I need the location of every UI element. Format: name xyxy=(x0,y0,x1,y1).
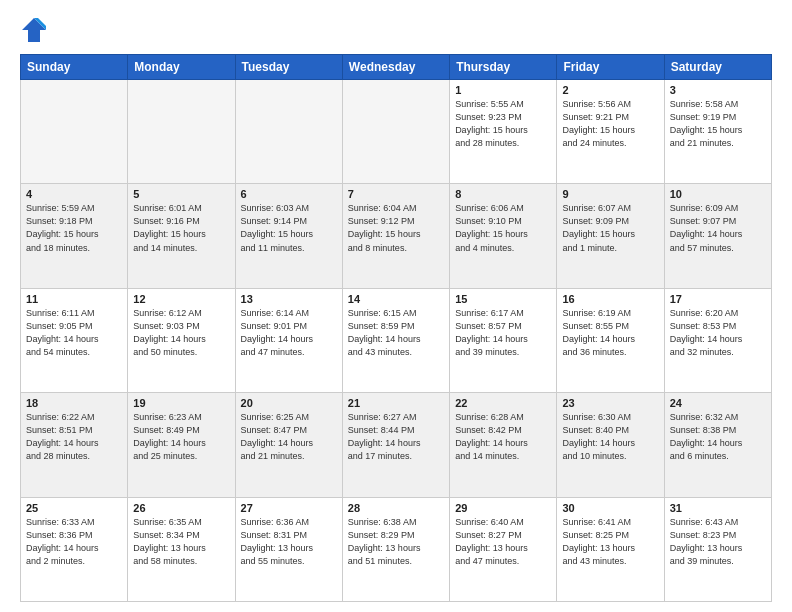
calendar-cell: 31Sunrise: 6:43 AM Sunset: 8:23 PM Dayli… xyxy=(664,497,771,601)
cell-info: Sunrise: 6:36 AM Sunset: 8:31 PM Dayligh… xyxy=(241,516,337,568)
cell-info: Sunrise: 5:58 AM Sunset: 9:19 PM Dayligh… xyxy=(670,98,766,150)
cell-info: Sunrise: 6:23 AM Sunset: 8:49 PM Dayligh… xyxy=(133,411,229,463)
calendar-cell xyxy=(342,80,449,184)
calendar-cell: 23Sunrise: 6:30 AM Sunset: 8:40 PM Dayli… xyxy=(557,393,664,497)
cell-info: Sunrise: 6:38 AM Sunset: 8:29 PM Dayligh… xyxy=(348,516,444,568)
cell-info: Sunrise: 5:56 AM Sunset: 9:21 PM Dayligh… xyxy=(562,98,658,150)
calendar-cell: 7Sunrise: 6:04 AM Sunset: 9:12 PM Daylig… xyxy=(342,184,449,288)
cell-info: Sunrise: 6:32 AM Sunset: 8:38 PM Dayligh… xyxy=(670,411,766,463)
header xyxy=(20,16,772,44)
calendar-cell: 25Sunrise: 6:33 AM Sunset: 8:36 PM Dayli… xyxy=(21,497,128,601)
day-number: 23 xyxy=(562,397,658,409)
calendar-cell: 1Sunrise: 5:55 AM Sunset: 9:23 PM Daylig… xyxy=(450,80,557,184)
logo xyxy=(20,16,52,44)
cell-info: Sunrise: 6:22 AM Sunset: 8:51 PM Dayligh… xyxy=(26,411,122,463)
day-number: 30 xyxy=(562,502,658,514)
week-row-4: 18Sunrise: 6:22 AM Sunset: 8:51 PM Dayli… xyxy=(21,393,772,497)
day-header-wednesday: Wednesday xyxy=(342,55,449,80)
calendar-cell: 8Sunrise: 6:06 AM Sunset: 9:10 PM Daylig… xyxy=(450,184,557,288)
day-number: 21 xyxy=(348,397,444,409)
cell-info: Sunrise: 6:01 AM Sunset: 9:16 PM Dayligh… xyxy=(133,202,229,254)
day-header-friday: Friday xyxy=(557,55,664,80)
calendar-cell: 10Sunrise: 6:09 AM Sunset: 9:07 PM Dayli… xyxy=(664,184,771,288)
calendar-cell: 20Sunrise: 6:25 AM Sunset: 8:47 PM Dayli… xyxy=(235,393,342,497)
day-number: 2 xyxy=(562,84,658,96)
day-number: 4 xyxy=(26,188,122,200)
day-number: 13 xyxy=(241,293,337,305)
calendar-cell: 21Sunrise: 6:27 AM Sunset: 8:44 PM Dayli… xyxy=(342,393,449,497)
day-header-saturday: Saturday xyxy=(664,55,771,80)
day-number: 1 xyxy=(455,84,551,96)
day-number: 7 xyxy=(348,188,444,200)
cell-info: Sunrise: 6:06 AM Sunset: 9:10 PM Dayligh… xyxy=(455,202,551,254)
week-row-2: 4Sunrise: 5:59 AM Sunset: 9:18 PM Daylig… xyxy=(21,184,772,288)
calendar-cell: 27Sunrise: 6:36 AM Sunset: 8:31 PM Dayli… xyxy=(235,497,342,601)
day-number: 9 xyxy=(562,188,658,200)
day-number: 5 xyxy=(133,188,229,200)
day-number: 22 xyxy=(455,397,551,409)
day-number: 12 xyxy=(133,293,229,305)
cell-info: Sunrise: 6:19 AM Sunset: 8:55 PM Dayligh… xyxy=(562,307,658,359)
calendar-table: SundayMondayTuesdayWednesdayThursdayFrid… xyxy=(20,54,772,602)
logo-icon xyxy=(20,16,48,44)
calendar-cell: 13Sunrise: 6:14 AM Sunset: 9:01 PM Dayli… xyxy=(235,288,342,392)
calendar-cell: 26Sunrise: 6:35 AM Sunset: 8:34 PM Dayli… xyxy=(128,497,235,601)
calendar-cell xyxy=(21,80,128,184)
calendar-cell: 28Sunrise: 6:38 AM Sunset: 8:29 PM Dayli… xyxy=(342,497,449,601)
cell-info: Sunrise: 6:43 AM Sunset: 8:23 PM Dayligh… xyxy=(670,516,766,568)
calendar-cell: 3Sunrise: 5:58 AM Sunset: 9:19 PM Daylig… xyxy=(664,80,771,184)
svg-marker-0 xyxy=(22,18,46,42)
day-number: 25 xyxy=(26,502,122,514)
calendar-cell: 4Sunrise: 5:59 AM Sunset: 9:18 PM Daylig… xyxy=(21,184,128,288)
day-number: 29 xyxy=(455,502,551,514)
cell-info: Sunrise: 5:59 AM Sunset: 9:18 PM Dayligh… xyxy=(26,202,122,254)
day-number: 16 xyxy=(562,293,658,305)
calendar-cell: 14Sunrise: 6:15 AM Sunset: 8:59 PM Dayli… xyxy=(342,288,449,392)
cell-info: Sunrise: 6:33 AM Sunset: 8:36 PM Dayligh… xyxy=(26,516,122,568)
cell-info: Sunrise: 6:25 AM Sunset: 8:47 PM Dayligh… xyxy=(241,411,337,463)
week-row-1: 1Sunrise: 5:55 AM Sunset: 9:23 PM Daylig… xyxy=(21,80,772,184)
day-header-thursday: Thursday xyxy=(450,55,557,80)
cell-info: Sunrise: 6:20 AM Sunset: 8:53 PM Dayligh… xyxy=(670,307,766,359)
day-number: 17 xyxy=(670,293,766,305)
day-number: 10 xyxy=(670,188,766,200)
day-number: 26 xyxy=(133,502,229,514)
day-number: 6 xyxy=(241,188,337,200)
calendar-cell: 2Sunrise: 5:56 AM Sunset: 9:21 PM Daylig… xyxy=(557,80,664,184)
day-number: 15 xyxy=(455,293,551,305)
calendar-cell: 18Sunrise: 6:22 AM Sunset: 8:51 PM Dayli… xyxy=(21,393,128,497)
calendar-cell: 6Sunrise: 6:03 AM Sunset: 9:14 PM Daylig… xyxy=(235,184,342,288)
cell-info: Sunrise: 6:11 AM Sunset: 9:05 PM Dayligh… xyxy=(26,307,122,359)
day-number: 3 xyxy=(670,84,766,96)
calendar-cell: 5Sunrise: 6:01 AM Sunset: 9:16 PM Daylig… xyxy=(128,184,235,288)
calendar-cell: 30Sunrise: 6:41 AM Sunset: 8:25 PM Dayli… xyxy=(557,497,664,601)
day-header-tuesday: Tuesday xyxy=(235,55,342,80)
calendar-cell: 12Sunrise: 6:12 AM Sunset: 9:03 PM Dayli… xyxy=(128,288,235,392)
cell-info: Sunrise: 6:07 AM Sunset: 9:09 PM Dayligh… xyxy=(562,202,658,254)
page: SundayMondayTuesdayWednesdayThursdayFrid… xyxy=(0,0,792,612)
calendar-cell: 16Sunrise: 6:19 AM Sunset: 8:55 PM Dayli… xyxy=(557,288,664,392)
cell-info: Sunrise: 6:30 AM Sunset: 8:40 PM Dayligh… xyxy=(562,411,658,463)
cell-info: Sunrise: 6:35 AM Sunset: 8:34 PM Dayligh… xyxy=(133,516,229,568)
day-number: 18 xyxy=(26,397,122,409)
day-number: 31 xyxy=(670,502,766,514)
cell-info: Sunrise: 6:17 AM Sunset: 8:57 PM Dayligh… xyxy=(455,307,551,359)
calendar-cell xyxy=(235,80,342,184)
day-number: 20 xyxy=(241,397,337,409)
cell-info: Sunrise: 6:03 AM Sunset: 9:14 PM Dayligh… xyxy=(241,202,337,254)
calendar-cell: 22Sunrise: 6:28 AM Sunset: 8:42 PM Dayli… xyxy=(450,393,557,497)
calendar-cell: 29Sunrise: 6:40 AM Sunset: 8:27 PM Dayli… xyxy=(450,497,557,601)
cell-info: Sunrise: 6:28 AM Sunset: 8:42 PM Dayligh… xyxy=(455,411,551,463)
cell-info: Sunrise: 5:55 AM Sunset: 9:23 PM Dayligh… xyxy=(455,98,551,150)
calendar-cell: 19Sunrise: 6:23 AM Sunset: 8:49 PM Dayli… xyxy=(128,393,235,497)
cell-info: Sunrise: 6:27 AM Sunset: 8:44 PM Dayligh… xyxy=(348,411,444,463)
day-header-sunday: Sunday xyxy=(21,55,128,80)
calendar-cell: 11Sunrise: 6:11 AM Sunset: 9:05 PM Dayli… xyxy=(21,288,128,392)
day-number: 28 xyxy=(348,502,444,514)
calendar-cell: 24Sunrise: 6:32 AM Sunset: 8:38 PM Dayli… xyxy=(664,393,771,497)
cell-info: Sunrise: 6:12 AM Sunset: 9:03 PM Dayligh… xyxy=(133,307,229,359)
day-number: 24 xyxy=(670,397,766,409)
day-number: 27 xyxy=(241,502,337,514)
calendar-cell: 17Sunrise: 6:20 AM Sunset: 8:53 PM Dayli… xyxy=(664,288,771,392)
cell-info: Sunrise: 6:41 AM Sunset: 8:25 PM Dayligh… xyxy=(562,516,658,568)
